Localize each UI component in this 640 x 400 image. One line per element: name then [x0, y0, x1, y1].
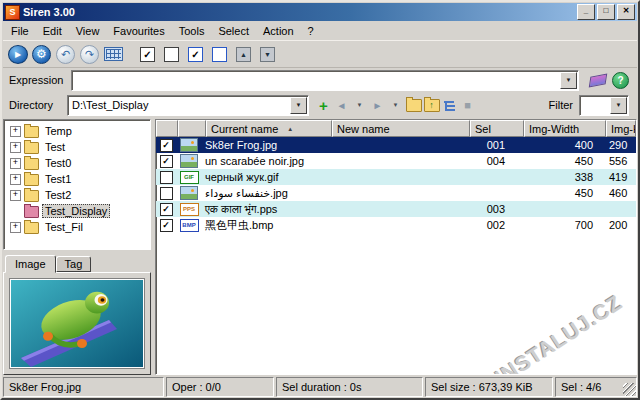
toggle-tree-button[interactable] [441, 95, 458, 115]
uncheck-all-button[interactable] [161, 44, 182, 65]
expand-plus-icon[interactable]: + [10, 174, 21, 185]
img-height-cell: 419 [606, 171, 636, 183]
close-button[interactable]: ✕ [617, 4, 635, 20]
checkbox-checked-icon[interactable]: ✓ [160, 155, 173, 168]
tab-tag[interactable]: Tag [56, 256, 92, 272]
forward-icon: ► [373, 100, 383, 111]
file-table: Current name▲New nameSelImg-WidthImg-Hei… [155, 119, 637, 375]
check-icon: ✓ [140, 47, 155, 62]
back-button[interactable]: ◄ [333, 95, 350, 115]
add-favourite-button[interactable]: + [315, 95, 332, 115]
checkbox-checked-icon[interactable]: ✓ [160, 203, 173, 216]
chevron-down-icon[interactable] [560, 72, 577, 89]
menu-view[interactable]: View [69, 23, 107, 39]
menu-tools[interactable]: Tools [172, 23, 212, 39]
chevron-down-icon[interactable] [290, 97, 307, 114]
move-up-button[interactable]: ▲ [233, 44, 254, 65]
expand-plus-icon[interactable]: + [10, 222, 21, 233]
forward-button[interactable]: ► [369, 95, 386, 115]
current-name-cell: un scarabée noir.jpg [202, 155, 324, 167]
row-checkbox-cell [156, 171, 176, 184]
column-header-current-name[interactable]: Current name▲ [206, 120, 332, 137]
check-all-button[interactable]: ✓ [137, 44, 158, 65]
siren-window: S Siren 3.00 _□✕ FileEditViewFavouritesT… [0, 0, 640, 400]
img-width-cell: 450 [518, 155, 606, 167]
file-type-cell: BMP [176, 219, 202, 232]
expand-plus-icon[interactable]: + [10, 126, 21, 137]
menu-select[interactable]: Select [211, 23, 256, 39]
table-row[interactable]: GIFчерный жук.gif338419 [156, 169, 636, 185]
browse-folder-button[interactable] [405, 95, 422, 115]
column-header-img-height[interactable]: Img-Height [606, 120, 636, 137]
minimize-button[interactable]: _ [577, 4, 595, 20]
column-header-new-name[interactable]: New name [332, 120, 470, 137]
invert-check-button[interactable]: ✓ [185, 44, 206, 65]
tree-item-test[interactable]: +Test [8, 139, 150, 155]
window-title: Siren 3.00 [23, 6, 577, 18]
checkbox-unchecked-icon[interactable] [160, 171, 173, 184]
tree-item-label: Test0 [42, 157, 74, 169]
sel-cell: 002 [458, 219, 518, 231]
tab-image[interactable]: Image [5, 255, 56, 273]
tree-item-test2[interactable]: +Test2 [8, 187, 150, 203]
checkbox-unchecked-icon[interactable] [160, 187, 173, 200]
column-header-sel[interactable]: Sel [470, 120, 524, 137]
directory-combo[interactable]: D:\Test_Display [67, 95, 309, 116]
options-button[interactable]: ⚙ [31, 44, 52, 65]
status-current-file: Sk8er Frog.jpg [3, 377, 164, 397]
process-button[interactable]: ▶ [7, 44, 28, 65]
redo-button[interactable]: ↷ [79, 44, 100, 65]
stop-button[interactable]: ■ [459, 95, 476, 115]
help-button[interactable]: ? [612, 70, 629, 90]
resize-grip-icon[interactable] [623, 383, 636, 396]
check-highlighted-button[interactable] [209, 44, 230, 65]
table-row[interactable]: ✓un scarabée noir.jpg004450556 [156, 153, 636, 169]
status-sel-size: Sel size : 673,39 KiB [425, 377, 553, 397]
menu-help[interactable]: ? [301, 23, 321, 39]
table-row[interactable]: ✓BMP黑色甲虫.bmp002700200 [156, 217, 636, 233]
row-checkbox-cell: ✓ [156, 155, 176, 168]
tree-item-test-display[interactable]: Test_Display [8, 203, 150, 219]
tree-item-test-fil[interactable]: +Test_Fil [8, 219, 150, 235]
filter-combo[interactable] [579, 95, 629, 116]
expand-plus-icon[interactable]: + [10, 158, 21, 169]
move-down-button[interactable]: ▼ [257, 44, 278, 65]
tree-item-test0[interactable]: +Test0 [8, 155, 150, 171]
tree-item-test1[interactable]: +Test1 [8, 171, 150, 187]
chevron-down-icon[interactable] [610, 97, 627, 114]
column-label: Img-Height [611, 123, 636, 135]
column-header-file-type[interactable] [178, 120, 206, 137]
tree-item-temp[interactable]: +Temp [8, 123, 150, 139]
undo-button[interactable]: ↶ [55, 44, 76, 65]
table-row[interactable]: ✓Sk8er Frog.jpg001400290 [156, 137, 636, 153]
keyboard-button[interactable] [103, 44, 124, 65]
back-history-dropdown[interactable]: ▼ [351, 95, 368, 115]
expand-plus-icon[interactable]: + [10, 142, 21, 153]
menu-file[interactable]: File [4, 23, 36, 39]
img-height-cell: 200 [606, 219, 636, 231]
expression-combo[interactable] [71, 70, 579, 91]
menu-action[interactable]: Action [256, 23, 301, 39]
maximize-button[interactable]: □ [597, 4, 615, 20]
down-icon: ▼ [260, 47, 275, 62]
row-checkbox-cell: ✓ [156, 219, 176, 232]
menu-edit[interactable]: Edit [36, 23, 69, 39]
title-bar[interactable]: S Siren 3.00 _□✕ [3, 3, 637, 21]
folder-icon [24, 158, 39, 170]
check2-icon: ✓ [188, 47, 203, 62]
table-row[interactable]: ✓PPSएक काला भृंग.pps003 [156, 201, 636, 217]
keys-icon [104, 47, 123, 61]
expand-plus-icon[interactable]: + [10, 190, 21, 201]
directory-value[interactable]: D:\Test_Display [68, 99, 289, 111]
checkbox-checked-icon[interactable]: ✓ [160, 219, 173, 232]
tree-item-label: Test_Display [42, 204, 110, 218]
column-header-checkbox[interactable] [156, 120, 178, 137]
table-row[interactable]: خنفساء سوداء.jpg450460 [156, 185, 636, 201]
column-header-img-width[interactable]: Img-Width [524, 120, 606, 137]
parent-folder-button[interactable]: ↑ [423, 95, 440, 115]
clear-expression-button[interactable] [589, 70, 606, 90]
stop-icon: ■ [464, 99, 471, 111]
forward-history-dropdown[interactable]: ▼ [387, 95, 404, 115]
checkbox-checked-icon[interactable]: ✓ [160, 139, 173, 152]
menu-favourites[interactable]: Favourites [106, 23, 171, 39]
